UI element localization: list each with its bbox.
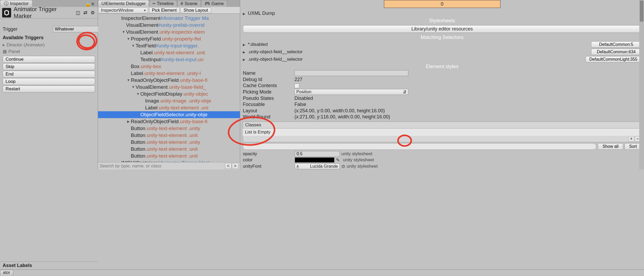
tree-row[interactable]: Image .unity-image .unity-obje	[98, 97, 240, 104]
tree-row[interactable]: ▼VisualElement .unity-base-field_	[98, 84, 240, 91]
tree-row[interactable]: Label .unity-text-element .uni	[98, 104, 240, 111]
tab-uielements-debugger[interactable]: UIElements Debugger	[98, 0, 149, 7]
scrollbar[interactable]	[639, 0, 644, 170]
tree-row[interactable]: ▼PropertyField .unity-property-fiel	[98, 35, 240, 42]
lock-icon[interactable]: 🔒	[85, 1, 89, 6]
end-button[interactable]: End	[3, 71, 95, 78]
tree-row[interactable]: Button .unity-text-element .unity	[98, 139, 240, 146]
window-dropdown[interactable]: InspectorWindow ▾	[99, 7, 148, 13]
tree-class: .unity-text-element .unity-l	[143, 70, 201, 77]
bottom-tab[interactable]: ator	[0, 270, 13, 276]
selector-row: *:disabled DefaultCommon:5	[240, 41, 644, 48]
name-input[interactable]	[294, 70, 408, 76]
debugid-label: Debug Id	[243, 77, 294, 82]
loop-button[interactable]: Loop	[3, 78, 95, 85]
trigger-item-director[interactable]: ▸ Director (Animator)	[0, 42, 98, 48]
style-search-input[interactable]	[243, 143, 596, 150]
tree-row[interactable]: ▶ReadOnlyObjectField .unity-base-fi	[98, 118, 240, 125]
element-tree[interactable]: InspectorElement #Animator Trigger MaVis…	[98, 14, 240, 170]
tab-label: Game	[212, 1, 224, 6]
tree-class: .	[198, 42, 199, 49]
tree-search-input[interactable]	[100, 163, 225, 169]
selector-source-button[interactable]: DefaultCommonLight:355	[585, 56, 641, 63]
cache-checkbox[interactable]	[294, 83, 299, 88]
continue-button[interactable]: Continue	[3, 56, 95, 63]
tab-game[interactable]: 🎮 Game	[201, 0, 227, 7]
eyedropper-icon[interactable]: ✎	[336, 157, 341, 163]
tree-row[interactable]: Button .unity-text-element .unit	[98, 146, 240, 153]
menu-icon[interactable]: ≡	[91, 1, 96, 6]
tree-id: #unity-input-trigger	[156, 42, 198, 49]
next-button[interactable]: >	[232, 163, 238, 169]
selector-label: .unity-object-field__selector	[248, 49, 303, 55]
tree-row[interactable]: Label .unity-text-element .unity-l	[98, 70, 240, 77]
foldout-icon[interactable]: ▼	[131, 42, 135, 49]
foldout-icon[interactable]: ▼	[127, 77, 130, 84]
tree-type: Label	[140, 49, 153, 56]
tree-class: .unity-base-fi	[179, 77, 208, 84]
tree-type: VisualElement	[126, 22, 158, 29]
tab-scene[interactable]: # Scene	[177, 0, 201, 7]
tree-row[interactable]: VisualElement #unity-prefab-overrid	[98, 22, 240, 29]
foldout-icon[interactable]: ▼	[131, 84, 135, 91]
prev-button[interactable]: <	[225, 163, 231, 169]
tree-class: .unity-text-element .unity	[145, 139, 200, 146]
foldout-icon[interactable]: ▼	[136, 91, 140, 97]
target-icon[interactable]: ⊙	[341, 164, 345, 169]
name-label: Name	[243, 70, 294, 76]
trigger-item-label: Director (Animator)	[7, 42, 45, 48]
skip-button[interactable]: Skip	[3, 63, 95, 70]
picking-select[interactable]: Position⇵	[294, 89, 408, 95]
selector-label: *:disabled	[248, 42, 268, 47]
tree-row[interactable]: ▼ReadOnlyObjectField .unity-base-fi	[98, 77, 240, 84]
trigger-item-panel[interactable]: ▦ Panel	[0, 48, 98, 55]
element-styles-title: Element styles	[240, 63, 644, 70]
tree-class: .unity-text-element .uni	[158, 104, 208, 111]
foldout-icon[interactable]: ▼	[127, 35, 130, 42]
style-name: opacity	[243, 151, 293, 157]
font-select[interactable]: A̲ Lucida Grande	[295, 163, 340, 169]
gear-icon[interactable]: ⚙	[90, 10, 96, 16]
preset-icon[interactable]: ⇄	[82, 10, 88, 16]
tree-row[interactable]: ▼VisualElement .unity-inspector-elem	[98, 29, 240, 35]
unity-logo-icon	[2, 8, 11, 17]
uxml-dump-label: UXML Dump	[248, 11, 275, 16]
tab-timeline[interactable]: ┅ Timeline	[149, 0, 177, 7]
chevron-right-icon[interactable]	[243, 57, 246, 62]
tree-row[interactable]: TextInput #unity-text-input .un	[98, 56, 240, 63]
tree-class: .unity-text-element .unit	[153, 49, 205, 56]
restart-button[interactable]: Restart	[3, 86, 95, 92]
tree-row[interactable]: Label .unity-text-element .unit	[98, 49, 240, 56]
tree-row[interactable]: Button .unity-text-element .unity	[98, 125, 240, 132]
selector-source-button[interactable]: DefaultCommon:634	[591, 49, 641, 55]
add-class-button[interactable]: +	[628, 136, 634, 141]
color-swatch[interactable]	[295, 157, 334, 163]
uxml-dump-row[interactable]: UXML Dump	[240, 10, 644, 17]
tree-row[interactable]: Box .unity-box	[98, 63, 240, 70]
asset-labels-header: Asset Labels	[0, 261, 98, 269]
foldout-icon[interactable]: ▶	[127, 118, 130, 125]
tree-row[interactable]: InspectorElement #Animator Trigger Ma	[98, 15, 240, 22]
open-icon[interactable]: ◫	[75, 10, 81, 16]
pick-element-button[interactable]: Pick Element	[149, 7, 180, 13]
showall-button[interactable]: Show all	[598, 143, 623, 150]
tree-row[interactable]: ▼TextField #unity-input-trigger .	[98, 42, 240, 49]
foldout-icon[interactable]: ▼	[122, 29, 126, 35]
sort-button[interactable]: Sort	[625, 143, 641, 150]
tree-row[interactable]: Button .unity-text-element .unit	[98, 153, 240, 159]
chevron-right-icon[interactable]	[243, 42, 246, 47]
tree-row[interactable]: ObjectFieldSelector .unity-obje	[98, 111, 240, 118]
chevron-right-icon[interactable]	[243, 49, 246, 55]
dropdown-label: InspectorWindow	[101, 8, 133, 13]
tree-type: TextInput	[140, 56, 161, 63]
opacity-input[interactable]	[295, 151, 340, 157]
selector-source-button[interactable]: DefaultCommon:5	[591, 41, 641, 48]
tree-class: .unity-inspector-elem	[158, 29, 205, 35]
library-button[interactable]: Library/unity editor resources	[243, 25, 641, 33]
pseudo-value: Disabled	[294, 96, 641, 101]
focusable-value: False	[294, 102, 641, 107]
tree-row[interactable]: Button .unity-text-element .unit	[98, 132, 240, 139]
tree-row[interactable]: ▼ObjectFieldDisplay .unity-objec	[98, 91, 240, 97]
show-layout-button[interactable]: Show Layout	[181, 7, 211, 13]
tree-type: Button	[131, 132, 145, 139]
